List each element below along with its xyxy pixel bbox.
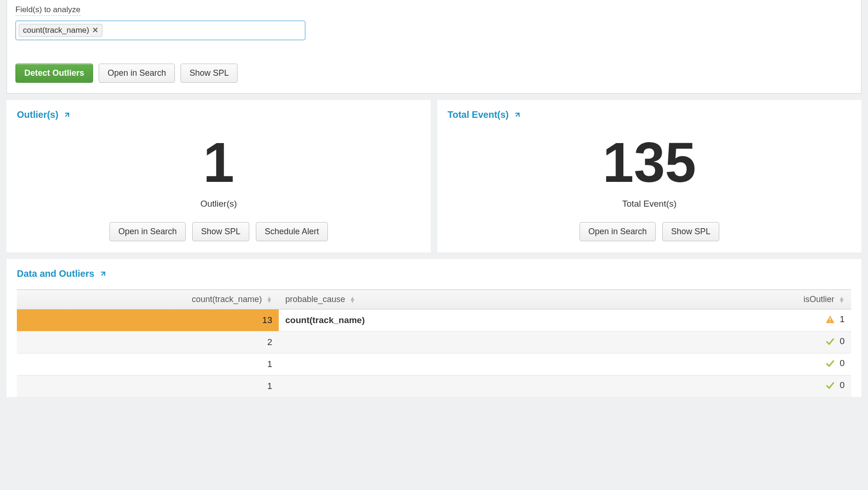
outliers-title-text: Outlier(s) bbox=[17, 109, 58, 120]
events-open-in-search-button[interactable]: Open in Search bbox=[579, 222, 656, 241]
table-row[interactable]: 20 bbox=[17, 331, 851, 353]
events-count: 135 bbox=[448, 134, 851, 190]
open-in-search-button[interactable]: Open in Search bbox=[99, 64, 175, 83]
cell-cause: count(track_name) bbox=[279, 310, 697, 331]
outliers-count: 1 bbox=[17, 134, 420, 190]
cell-count: 2 bbox=[17, 331, 279, 353]
field-token-label: count(track_name) bbox=[23, 26, 89, 35]
events-panel-actions: Open in Search Show SPL bbox=[448, 222, 851, 241]
external-link-icon bbox=[63, 111, 71, 119]
col-header-outlier-label: isOutlier bbox=[803, 295, 834, 304]
events-show-spl-button[interactable]: Show SPL bbox=[662, 222, 719, 241]
data-and-outliers-title-text: Data and Outliers bbox=[17, 268, 94, 279]
form-actions: Detect Outliers Open in Search Show SPL bbox=[15, 64, 853, 83]
cell-outlier: 0 bbox=[697, 331, 851, 353]
cell-count: 1 bbox=[17, 375, 279, 397]
cell-count: 13 bbox=[17, 310, 279, 331]
data-and-outliers-title[interactable]: Data and Outliers bbox=[17, 268, 107, 279]
events-title-text: Total Event(s) bbox=[448, 109, 509, 120]
outlier-value: 0 bbox=[839, 358, 845, 368]
remove-token-icon[interactable]: ✕ bbox=[92, 27, 98, 34]
table-row[interactable]: 10 bbox=[17, 353, 851, 375]
outlier-value: 0 bbox=[839, 336, 845, 346]
summary-panels: Outlier(s) 1 Outlier(s) Open in Search S… bbox=[0, 100, 868, 252]
detect-outliers-button[interactable]: Detect Outliers bbox=[15, 64, 93, 83]
external-link-icon bbox=[99, 270, 107, 278]
sort-icon: ▲▼ bbox=[839, 297, 845, 303]
svg-rect-0 bbox=[830, 318, 831, 320]
outlier-value: 1 bbox=[839, 314, 845, 324]
schedule-alert-button[interactable]: Schedule Alert bbox=[256, 222, 328, 241]
cell-cause bbox=[279, 375, 697, 397]
external-link-icon bbox=[514, 111, 521, 119]
table-row[interactable]: 10 bbox=[17, 375, 851, 397]
col-header-outlier[interactable]: isOutlier ▲▼ bbox=[697, 290, 851, 310]
table-row[interactable]: 13count(track_name)1 bbox=[17, 310, 851, 331]
cell-outlier: 1 bbox=[697, 310, 851, 331]
sort-icon: ▲▼ bbox=[349, 297, 355, 303]
outliers-table: count(track_name) ▲▼ probable_cause ▲▼ i… bbox=[17, 289, 851, 397]
col-header-cause-label: probable_cause bbox=[285, 295, 345, 304]
col-header-count-label: count(track_name) bbox=[192, 295, 262, 304]
outliers-panel-actions: Open in Search Show SPL Schedule Alert bbox=[17, 222, 420, 241]
col-header-cause[interactable]: probable_cause ▲▼ bbox=[279, 290, 697, 310]
events-count-label: Total Event(s) bbox=[448, 199, 851, 209]
fields-to-analyze-label: Field(s) to analyze bbox=[15, 5, 80, 16]
svg-rect-1 bbox=[830, 321, 831, 322]
field-token[interactable]: count(track_name) ✕ bbox=[19, 24, 102, 37]
outliers-panel: Outlier(s) 1 Outlier(s) Open in Search S… bbox=[7, 100, 431, 252]
cell-cause bbox=[279, 331, 697, 353]
check-icon bbox=[825, 337, 835, 346]
outliers-count-label: Outlier(s) bbox=[17, 199, 420, 209]
check-icon bbox=[825, 381, 835, 390]
show-spl-button[interactable]: Show SPL bbox=[181, 64, 238, 83]
outliers-open-in-search-button[interactable]: Open in Search bbox=[109, 222, 186, 241]
events-panel-title[interactable]: Total Event(s) bbox=[448, 109, 521, 120]
outliers-panel-title[interactable]: Outlier(s) bbox=[17, 109, 71, 120]
cell-cause bbox=[279, 353, 697, 375]
outlier-value: 0 bbox=[839, 380, 845, 390]
outliers-show-spl-button[interactable]: Show SPL bbox=[192, 222, 249, 241]
analyze-form: Field(s) to analyze count(track_name) ✕ … bbox=[7, 0, 861, 94]
cell-outlier: 0 bbox=[697, 375, 851, 397]
fields-token-input[interactable]: count(track_name) ✕ bbox=[15, 21, 305, 40]
sort-icon: ▲▼ bbox=[266, 297, 272, 303]
check-icon bbox=[825, 359, 835, 368]
col-header-count[interactable]: count(track_name) ▲▼ bbox=[17, 290, 279, 310]
cell-count: 1 bbox=[17, 353, 279, 375]
warning-icon bbox=[825, 315, 835, 324]
data-and-outliers-panel: Data and Outliers count(track_name) ▲▼ p… bbox=[7, 259, 861, 397]
events-panel: Total Event(s) 135 Total Event(s) Open i… bbox=[437, 100, 861, 252]
cell-outlier: 0 bbox=[697, 353, 851, 375]
